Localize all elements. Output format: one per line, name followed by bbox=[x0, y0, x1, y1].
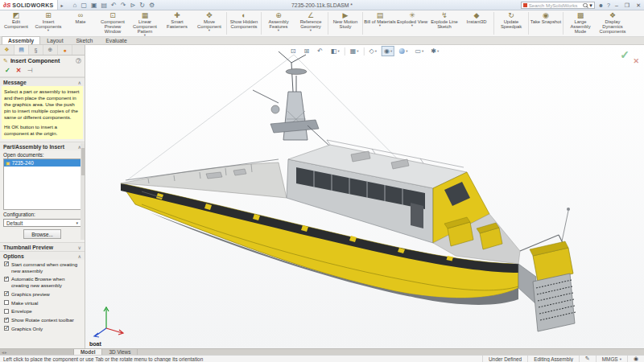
ribbon-button-take-snapshot[interactable]: ◉Take Snapshot bbox=[530, 10, 562, 36]
feature-manager-tab[interactable]: ❖ bbox=[0, 45, 14, 55]
ok-button[interactable]: ✓ bbox=[5, 67, 10, 74]
ribbon-button-display-dynamics-components[interactable]: ❖Display Dynamics Components bbox=[597, 10, 629, 36]
graphics-area[interactable]: ⊡ ⊞ ↶ ◧▾ ▦▾ ◇▾ ◉▾ ▾ ▭▾ ✱▾ ✓ ✕ boat bbox=[85, 45, 644, 348]
collapse-icon[interactable]: ∧ bbox=[78, 80, 81, 85]
ribbon-button-new-motion-study[interactable]: ▶New Motion Study bbox=[329, 10, 361, 36]
zoom-area-icon[interactable]: ⊞ bbox=[301, 46, 312, 56]
ribbon-button-instant3d[interactable]: ◆Instant3D bbox=[460, 10, 493, 36]
option-show-rotate-toolbar[interactable]: Show Rotate context toolbar bbox=[0, 316, 85, 325]
ribbon-button-explode-line-sketch[interactable]: ↯Explode Line Sketch bbox=[428, 10, 460, 36]
section-view-icon[interactable]: ◧▾ bbox=[328, 46, 342, 56]
ribbon-button-smart-fasteners[interactable]: ✚Smart Fasteners bbox=[161, 10, 193, 36]
view-settings-icon[interactable]: ✱▾ bbox=[428, 46, 441, 56]
apply-scene-icon[interactable]: ▭▾ bbox=[412, 46, 426, 56]
panel-scrollbar[interactable] bbox=[80, 143, 85, 240]
option-graphics-preview[interactable]: Graphics preview bbox=[0, 290, 85, 298]
option-start-command[interactable]: Start command when creating new assembly bbox=[0, 260, 85, 275]
checkbox[interactable] bbox=[4, 318, 9, 323]
menu-expand-icon[interactable]: ▸ bbox=[61, 2, 64, 8]
unit-system-selector[interactable]: MMGS▾ bbox=[596, 356, 627, 362]
browse-button[interactable]: Browse... bbox=[23, 229, 61, 239]
profile-icon[interactable]: ☻ bbox=[598, 2, 604, 8]
ribbon-button-assembly-features[interactable]: ⊕Assembly Features▾ bbox=[262, 10, 295, 36]
checkbox[interactable] bbox=[4, 326, 9, 331]
tab-evaluate[interactable]: Evaluate bbox=[99, 36, 133, 44]
ribbon-button-large-assembly-mode[interactable]: ▩Large Assembly Mode bbox=[564, 10, 597, 36]
dimxpert-manager-tab[interactable]: ⊕ bbox=[43, 45, 58, 55]
push-pin-icon[interactable]: ⊣ bbox=[27, 67, 32, 74]
tab-scroll-control[interactable]: ◂ ▸ bbox=[0, 349, 74, 355]
checkbox[interactable] bbox=[4, 300, 9, 305]
confirm-cancel-button[interactable]: ✕ bbox=[633, 57, 639, 65]
configuration-select[interactable]: Default ▾ bbox=[3, 219, 81, 227]
close-button[interactable]: ✕ bbox=[634, 2, 642, 9]
open-documents-list[interactable]: ▣ 7235-240 bbox=[3, 158, 81, 210]
tab-3d-views[interactable]: 3D Views bbox=[102, 349, 138, 355]
tab-model[interactable]: Model bbox=[74, 349, 102, 355]
search-icon[interactable] bbox=[583, 3, 588, 8]
message-section-header[interactable]: Message ∧ bbox=[0, 77, 85, 86]
ribbon-button-mate[interactable]: ∞Mate bbox=[64, 10, 97, 36]
tab-sketch[interactable]: Sketch bbox=[70, 36, 100, 44]
tab-assembly[interactable]: Assembly bbox=[2, 36, 40, 44]
scroll-right-icon[interactable]: ▸ bbox=[5, 350, 7, 355]
option-make-virtual[interactable]: Make virtual bbox=[0, 298, 85, 307]
boat-3d-model[interactable] bbox=[85, 45, 644, 348]
options-icon[interactable]: ⚙ bbox=[149, 2, 155, 9]
save-icon[interactable]: ▣ bbox=[91, 2, 97, 9]
solidworks-logo[interactable]: ∂S SOLIDWORKS bbox=[0, 0, 58, 10]
rebuild-icon[interactable]: ↻ bbox=[139, 2, 145, 9]
thumbnail-section-header[interactable]: Thumbnail Preview ∨ bbox=[0, 242, 85, 251]
ribbon-button-edit-component[interactable]: ◩Edit Component bbox=[0, 10, 32, 36]
ribbon-button-reference-geometry[interactable]: ∠Reference Geometry▾ bbox=[295, 10, 327, 36]
display-style-icon[interactable]: ◇▾ bbox=[367, 46, 379, 56]
ribbon-button-bill-of-materials[interactable]: ▤Bill of Materials▾ bbox=[364, 10, 396, 36]
option-envelope[interactable]: Envelope bbox=[0, 307, 85, 316]
hide-show-items-icon[interactable]: ◉▾ bbox=[382, 46, 394, 56]
insert-section-header[interactable]: Part/Assembly to Insert ∧ bbox=[0, 142, 85, 150]
help-icon[interactable]: ? bbox=[607, 2, 610, 8]
reference-geometry-icon: ∠ bbox=[308, 11, 314, 19]
property-manager-tab[interactable]: ▤ bbox=[14, 45, 29, 55]
ribbon-button-show-hidden-components[interactable]: ◐Show Hidden Components bbox=[228, 10, 260, 36]
checkbox[interactable] bbox=[4, 261, 9, 266]
ribbon-button-exploded-view[interactable]: ✳Exploded View▾ bbox=[396, 10, 428, 36]
ribbon-button-insert-components[interactable]: ⊞Insert Components▾ bbox=[32, 10, 64, 36]
scrollbar-thumb[interactable] bbox=[81, 148, 85, 175]
select-icon[interactable]: ⊳ bbox=[130, 2, 135, 9]
options-section-header[interactable]: Options ∧ bbox=[0, 251, 85, 260]
edit-appearance-icon[interactable]: ▾ bbox=[397, 47, 410, 56]
search-caret-icon[interactable]: ▾ bbox=[589, 2, 592, 9]
option-graphics-only[interactable]: Graphics Only bbox=[0, 324, 85, 333]
configuration-manager-tab[interactable]: § bbox=[29, 45, 43, 55]
open-icon[interactable]: ▢ bbox=[80, 2, 87, 9]
ribbon-button-update-speedpak[interactable]: ↻Update Speedpak bbox=[495, 10, 527, 36]
option-automatic-browse[interactable]: Automatic Browse when creating new assem… bbox=[0, 275, 85, 290]
print-icon[interactable]: ▤ bbox=[101, 2, 108, 9]
view-orientation-icon[interactable]: ▦▾ bbox=[348, 46, 361, 56]
zoom-fit-icon[interactable]: ⊡ bbox=[288, 46, 299, 56]
ribbon-button-linear-component-pattern[interactable]: ▦Linear Component Pattern▾ bbox=[129, 10, 161, 36]
previous-view-icon[interactable]: ↶ bbox=[315, 46, 326, 56]
resources-icon[interactable]: ◉ bbox=[627, 356, 644, 362]
scroll-left-icon[interactable]: ◂ bbox=[2, 350, 4, 355]
cancel-button[interactable]: ✕ bbox=[16, 67, 22, 74]
checkbox[interactable] bbox=[4, 291, 9, 296]
list-item[interactable]: ▣ 7235-240 bbox=[4, 159, 80, 167]
undo-icon[interactable]: ↶ bbox=[111, 2, 117, 9]
home-icon[interactable]: ⌂ bbox=[73, 2, 77, 9]
collapse-icon[interactable]: ∧ bbox=[78, 253, 81, 259]
ribbon-button-component-preview-window[interactable]: ⊡Component Preview Window bbox=[97, 10, 129, 36]
minimize-button[interactable]: – bbox=[613, 2, 620, 8]
checkbox[interactable] bbox=[4, 277, 9, 282]
checkbox[interactable] bbox=[4, 309, 9, 314]
display-manager-tab[interactable]: ● bbox=[58, 45, 72, 55]
help-icon[interactable]: ? bbox=[76, 58, 81, 64]
expand-icon[interactable]: ∨ bbox=[78, 245, 81, 250]
restore-button[interactable]: ❐ bbox=[623, 2, 631, 9]
search-input[interactable]: Search MySolidWorks ▾ bbox=[521, 2, 595, 9]
confirm-ok-button[interactable]: ✓ bbox=[620, 48, 630, 61]
redo-icon[interactable]: ↷ bbox=[121, 2, 126, 9]
ribbon-button-move-component[interactable]: ✥Move Component▾ bbox=[193, 10, 225, 36]
tab-layout[interactable]: Layout bbox=[40, 36, 69, 44]
